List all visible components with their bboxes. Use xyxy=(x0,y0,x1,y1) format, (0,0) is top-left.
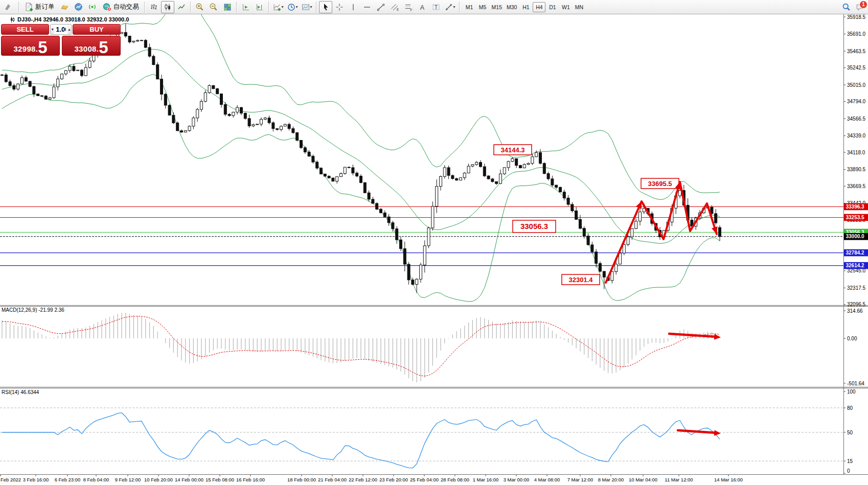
price-annotation-text: 32301.4 xyxy=(569,276,593,284)
candle-body xyxy=(563,192,565,198)
svg-text:F: F xyxy=(410,8,412,11)
dropdown-caret-icon: ▾ xyxy=(310,5,312,9)
volume-stepper: ▼ ▲ xyxy=(50,24,72,35)
candlestick-chart-button[interactable] xyxy=(161,1,174,13)
text-tool-button[interactable]: A xyxy=(416,1,429,13)
candle-body xyxy=(132,41,135,42)
horizontal-line-icon xyxy=(363,3,371,11)
zoom-in-button[interactable] xyxy=(193,1,207,13)
periods-button[interactable]: ▾ xyxy=(286,1,300,13)
vertical-line-tool-button[interactable] xyxy=(347,1,360,13)
candle-body xyxy=(53,87,55,98)
search-button[interactable] xyxy=(839,1,853,13)
candle-body xyxy=(519,166,522,168)
sell-price-display[interactable]: 32998.5 xyxy=(1,36,60,56)
candle-body xyxy=(328,176,330,178)
tab-timeframe-w1[interactable]: W1 xyxy=(559,2,572,12)
candle-body xyxy=(292,129,294,133)
candle-body xyxy=(152,56,155,64)
buy-price-display[interactable]: 33008.5 xyxy=(62,36,121,56)
candle-body xyxy=(407,264,410,280)
toolbar-separator xyxy=(459,2,460,13)
candle-body xyxy=(575,211,578,219)
tab-timeframe-m15[interactable]: M15 xyxy=(490,2,504,12)
cursor-icon xyxy=(322,3,330,11)
time-tick-label: 18 Feb 00:00 xyxy=(287,477,316,482)
dropdown-caret-icon: ▾ xyxy=(282,5,284,9)
volume-decrease-button[interactable]: ▼ xyxy=(51,25,54,34)
tab-timeframe-h4[interactable]: H4 xyxy=(533,2,545,12)
horizontal-line-tool-button[interactable] xyxy=(360,1,374,13)
candle-body xyxy=(5,75,7,81)
clipped-toolbar-icon[interactable] xyxy=(0,1,16,14)
line-chart-button[interactable] xyxy=(175,1,188,13)
line-chart-icon xyxy=(177,3,186,11)
tab-timeframe-m1[interactable]: M1 xyxy=(463,2,476,12)
candle-body xyxy=(256,124,259,125)
trendline-tool-button[interactable] xyxy=(374,1,387,13)
notifications-button[interactable]: 1 xyxy=(853,1,866,13)
time-tick-label: 28 Feb 08:00 xyxy=(441,477,469,482)
time-tick-label: 10 Feb 20:00 xyxy=(144,477,173,482)
candle-body xyxy=(396,229,398,240)
buy-button[interactable]: BUY xyxy=(73,24,121,35)
auto-trading-button[interactable]: 自动交易 xyxy=(100,1,142,13)
broadcast-button[interactable] xyxy=(86,1,99,13)
candle-body xyxy=(527,164,530,165)
candle-body xyxy=(356,173,358,176)
tab-timeframe-d1[interactable]: D1 xyxy=(546,2,559,12)
candle-body xyxy=(387,217,390,223)
candle-body xyxy=(719,227,721,237)
candle-body xyxy=(304,148,306,152)
macd-trend-arrow[interactable] xyxy=(669,334,717,337)
zoom-out-button[interactable] xyxy=(207,1,220,13)
dropdown-caret-icon: ▾ xyxy=(296,5,298,9)
sell-button[interactable]: SELL xyxy=(1,24,49,35)
candle-body xyxy=(479,163,482,167)
cursor-tool-button[interactable] xyxy=(319,1,332,13)
bar-chart-button[interactable] xyxy=(147,1,161,13)
fibonacci-tool-button[interactable]: F xyxy=(402,1,415,13)
axis-tick-label: 35015.0 xyxy=(847,82,866,88)
candle-body xyxy=(252,125,255,126)
crosshair-tool-button[interactable] xyxy=(333,1,346,13)
pane-dividers xyxy=(0,14,868,475)
candle-body xyxy=(639,212,642,221)
indicators-button[interactable]: ▾ xyxy=(271,1,285,13)
text-label-tool-button[interactable]: T xyxy=(429,1,443,13)
bar-chart-icon xyxy=(150,3,158,11)
axis-tick-label: 34566.5 xyxy=(847,116,866,122)
time-tick-label: 6 Feb 23:00 xyxy=(55,477,81,482)
candle-body xyxy=(463,173,466,178)
shapes-tool-button[interactable]: ▾ xyxy=(443,1,457,13)
chart-shift-button[interactable] xyxy=(253,1,266,13)
tile-windows-button[interactable] xyxy=(221,1,234,13)
candle-body xyxy=(443,168,446,176)
sell-price-pips: 5 xyxy=(38,40,47,55)
auto-scroll-button[interactable] xyxy=(239,1,253,13)
templates-button[interactable]: ▾ xyxy=(300,1,314,13)
tab-timeframe-mn[interactable]: MN xyxy=(573,2,585,12)
candle-body xyxy=(603,271,605,277)
chart-canvas[interactable]: 35918.535691.035463.535242.535015.034794… xyxy=(0,14,868,485)
text-icon: A xyxy=(418,3,426,11)
volume-input[interactable] xyxy=(54,25,67,34)
new-order-button[interactable]: 新订单 xyxy=(21,1,58,13)
candle-body xyxy=(348,167,350,168)
candle-body xyxy=(559,188,562,192)
candle-body xyxy=(196,109,199,118)
candle-body xyxy=(332,178,334,181)
candle-body xyxy=(571,204,574,211)
tab-timeframe-h1[interactable]: H1 xyxy=(519,2,532,12)
candle-body xyxy=(507,161,510,168)
market-watch-button[interactable] xyxy=(72,1,85,13)
wallet-button[interactable] xyxy=(58,1,72,13)
channel-tool-button[interactable]: E xyxy=(388,1,401,13)
candle-body xyxy=(264,118,266,120)
candle-body xyxy=(635,221,637,228)
volume-increase-button[interactable]: ▲ xyxy=(67,25,71,34)
candle-body xyxy=(579,219,582,228)
tab-timeframe-m30[interactable]: M30 xyxy=(505,2,519,12)
tab-timeframe-m5[interactable]: M5 xyxy=(476,2,489,12)
time-tick-label: 14 Mar 16:00 xyxy=(714,477,743,482)
